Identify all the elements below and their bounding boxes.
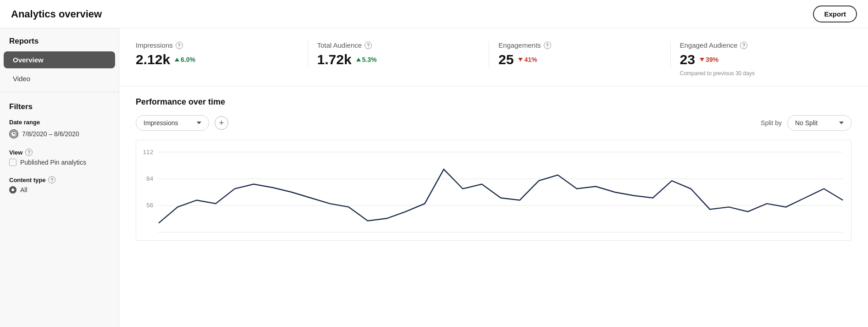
impressions-arrow-up bbox=[175, 58, 179, 61]
stat-card-engaged-audience: Engaged Audience ? 23 39% Compared to pr… bbox=[671, 41, 852, 77]
engaged-audience-help-icon[interactable]: ? bbox=[740, 42, 747, 49]
content-type-label: Content type bbox=[9, 177, 45, 183]
reports-label: Reports bbox=[0, 28, 119, 50]
impressions-help-icon[interactable]: ? bbox=[176, 42, 183, 49]
total-audience-change: 5.3% bbox=[356, 56, 377, 63]
stat-card-engagements: Engagements ? 25 41% bbox=[489, 41, 671, 67]
chart-svg: 112 84 56 bbox=[140, 148, 847, 237]
sidebar-item-video[interactable]: Video bbox=[4, 70, 115, 87]
filters-label: Filters bbox=[0, 96, 119, 115]
engaged-audience-change: 39% bbox=[700, 56, 719, 63]
page-title: Analytics overview bbox=[11, 8, 102, 20]
split-by-section: Split by No Split bbox=[761, 115, 851, 131]
total-audience-value: 1.72k bbox=[317, 52, 352, 67]
stat-card-total-audience: Total Audience ? 1.72k 5.3% bbox=[308, 41, 490, 67]
svg-text:112: 112 bbox=[143, 149, 154, 155]
engaged-audience-label: Engaged Audience bbox=[680, 41, 738, 49]
split-select[interactable]: No Split bbox=[787, 115, 851, 131]
chart-section: Performance over time Impressions + Spli… bbox=[119, 86, 868, 252]
engaged-audience-arrow-down bbox=[700, 58, 704, 61]
total-audience-help-icon[interactable]: ? bbox=[365, 42, 372, 49]
stats-row: Impressions ? 2.12k 6.0% Total Audience bbox=[119, 28, 868, 86]
add-metric-button[interactable]: + bbox=[215, 116, 228, 130]
chart-area: 112 84 56 bbox=[136, 140, 851, 241]
metric-select-chevron bbox=[197, 122, 201, 124]
split-select-chevron bbox=[839, 122, 844, 124]
published-pin-checkbox-row[interactable]: Published Pin analytics bbox=[9, 159, 110, 166]
chart-title: Performance over time bbox=[136, 97, 851, 107]
content-type-all-radio[interactable] bbox=[9, 186, 17, 194]
view-label: View bbox=[9, 149, 22, 156]
engagements-value: 25 bbox=[498, 52, 514, 67]
date-range-value[interactable]: 7/8/2020 – 8/6/2020 bbox=[9, 129, 110, 139]
date-range-text: 7/8/2020 – 8/6/2020 bbox=[22, 130, 79, 138]
total-audience-arrow-up bbox=[356, 58, 361, 61]
impressions-label: Impressions bbox=[136, 41, 173, 49]
split-select-value: No Split bbox=[795, 119, 818, 127]
svg-text:84: 84 bbox=[146, 175, 154, 182]
total-audience-label: Total Audience bbox=[317, 41, 362, 49]
metric-select[interactable]: Impressions bbox=[136, 115, 209, 131]
stat-card-impressions: Impressions ? 2.12k 6.0% bbox=[136, 41, 308, 67]
compared-text: Compared to previous 30 days bbox=[680, 70, 843, 77]
published-pin-label: Published Pin analytics bbox=[20, 159, 86, 166]
impressions-change: 6.0% bbox=[175, 56, 195, 63]
engagements-label: Engagements bbox=[498, 41, 541, 49]
svg-text:56: 56 bbox=[146, 202, 153, 209]
clock-icon bbox=[9, 129, 18, 139]
date-range-label: Date range bbox=[9, 119, 110, 126]
sidebar-item-overview[interactable]: Overview bbox=[4, 51, 115, 68]
export-button[interactable]: Export bbox=[813, 6, 857, 22]
content-type-help-icon[interactable]: ? bbox=[48, 176, 55, 183]
content-type-all-label: All bbox=[20, 186, 28, 194]
engagements-change: 41% bbox=[518, 56, 537, 63]
metric-select-label: Impressions bbox=[144, 119, 178, 127]
engagements-help-icon[interactable]: ? bbox=[544, 42, 551, 49]
engaged-audience-value: 23 bbox=[680, 52, 695, 67]
impressions-value: 2.12k bbox=[136, 52, 170, 67]
sidebar-divider bbox=[0, 92, 119, 92]
view-help-icon[interactable]: ? bbox=[25, 149, 33, 156]
split-by-label: Split by bbox=[761, 119, 782, 127]
chart-controls: Impressions + Split by No Split bbox=[136, 115, 851, 131]
content-type-all-row[interactable]: All bbox=[9, 186, 110, 194]
engagements-arrow-down bbox=[518, 58, 523, 61]
published-pin-checkbox[interactable] bbox=[9, 159, 17, 166]
